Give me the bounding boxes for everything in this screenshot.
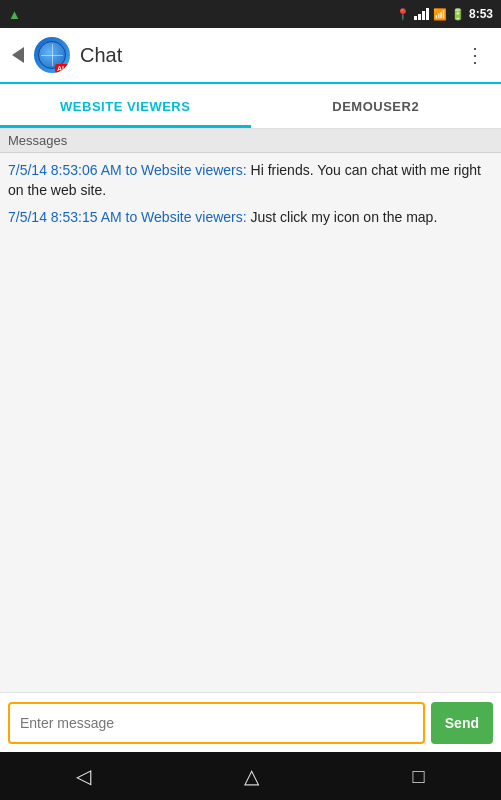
app-bar: ALT Chat ⋮ xyxy=(0,28,501,84)
status-icons: 📍 📶 🔋 8:53 xyxy=(396,7,493,21)
message-meta: 7/5/14 8:53:06 AM to Website viewers: xyxy=(8,162,247,178)
signal-icon xyxy=(414,8,429,20)
nav-recent-button[interactable]: □ xyxy=(412,765,424,788)
tab-demouser2[interactable]: DEMOUSER2 xyxy=(251,84,502,128)
overflow-menu-button[interactable]: ⋮ xyxy=(461,39,489,71)
status-bar-left: ▲ xyxy=(8,7,390,22)
message-input[interactable] xyxy=(8,702,425,744)
message-text: Just click my icon on the map. xyxy=(247,209,438,225)
nav-back-button[interactable]: ◁ xyxy=(76,764,91,788)
battery-icon: 🔋 xyxy=(451,8,465,21)
location-icon: 📍 xyxy=(396,8,410,21)
input-bar: Send xyxy=(0,692,501,752)
nav-bar: ◁ △ □ xyxy=(0,752,501,800)
send-button[interactable]: Send xyxy=(431,702,493,744)
message-item: 7/5/14 8:53:06 AM to Website viewers: Hi… xyxy=(8,161,493,200)
tabs-bar: WEBSITE VIEWERS DEMOUSER2 xyxy=(0,84,501,129)
content-wrapper: ALT Chat ⋮ WEBSITE VIEWERS DEMOUSER2 Mes… xyxy=(0,28,501,800)
back-button[interactable] xyxy=(12,47,24,63)
message-item: 7/5/14 8:53:15 AM to Website viewers: Ju… xyxy=(8,208,493,228)
wifi-icon: 📶 xyxy=(433,8,447,21)
status-time: 8:53 xyxy=(469,7,493,21)
android-icon: ▲ xyxy=(8,7,21,22)
nav-home-button[interactable]: △ xyxy=(244,764,259,788)
message-meta: 7/5/14 8:53:15 AM to Website viewers: xyxy=(8,209,247,225)
page-title: Chat xyxy=(80,44,461,67)
app-icon-badge: ALT xyxy=(55,64,70,73)
status-bar: ▲ 📍 📶 🔋 8:53 xyxy=(0,0,501,28)
chat-area: 7/5/14 8:53:06 AM to Website viewers: Hi… xyxy=(0,153,501,692)
main-content: Messages 7/5/14 8:53:06 AM to Website vi… xyxy=(0,129,501,752)
app-icon: ALT xyxy=(34,37,70,73)
messages-section-label: Messages xyxy=(0,129,501,153)
tab-website-viewers[interactable]: WEBSITE VIEWERS xyxy=(0,84,251,128)
